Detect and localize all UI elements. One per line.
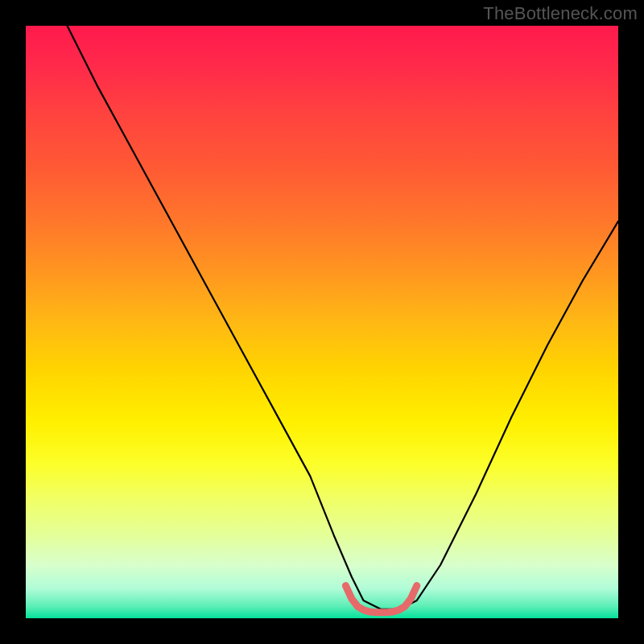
curve-layer [26,26,618,618]
plot-area [26,26,618,618]
bottom-highlight-curve [345,586,416,613]
watermark-text: TheBottleneck.com [483,3,638,24]
main-curve [68,26,618,609]
chart-frame: TheBottleneck.com [0,0,644,644]
